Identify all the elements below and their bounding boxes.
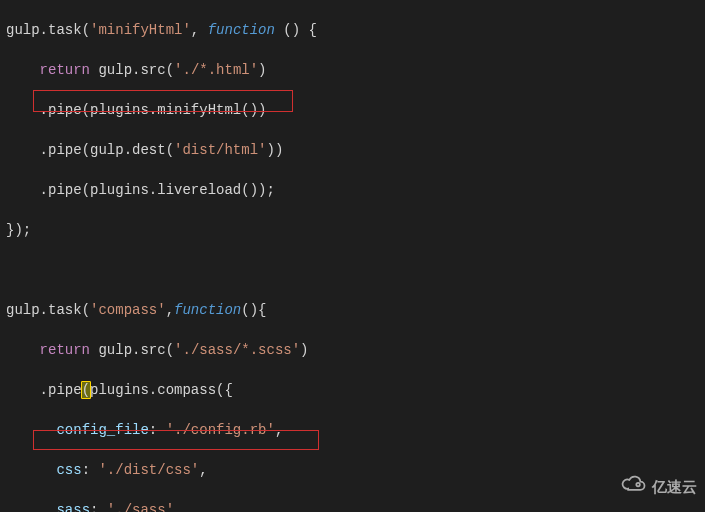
- code-editor[interactable]: gulp.task('minifyHtml', function () { re…: [0, 0, 705, 512]
- code-line: .pipe(plugins.minifyHtml()): [6, 100, 699, 120]
- code-line: return gulp.src('./*.html'): [6, 60, 699, 80]
- code-line: css: './dist/css',: [6, 460, 699, 480]
- code-line: gulp.task('minifyHtml', function () {: [6, 20, 699, 40]
- watermark: 亿速云: [620, 475, 697, 498]
- code-line: .pipe(plugins.livereload());: [6, 180, 699, 200]
- code-line: .pipe(gulp.dest('dist/html')): [6, 140, 699, 160]
- code-line: sass: './sass': [6, 500, 699, 512]
- code-line: gulp.task('compass',function(){: [6, 300, 699, 320]
- code-line: });: [6, 220, 699, 240]
- svg-point-0: [636, 483, 640, 487]
- code-line: config_file: './config.rb',: [6, 420, 699, 440]
- cloud-icon: [620, 475, 648, 498]
- code-line: .pipe(plugins.compass({: [6, 380, 699, 400]
- watermark-text: 亿速云: [652, 477, 697, 497]
- code-line: return gulp.src('./sass/*.scss'): [6, 340, 699, 360]
- code-line: [6, 260, 699, 280]
